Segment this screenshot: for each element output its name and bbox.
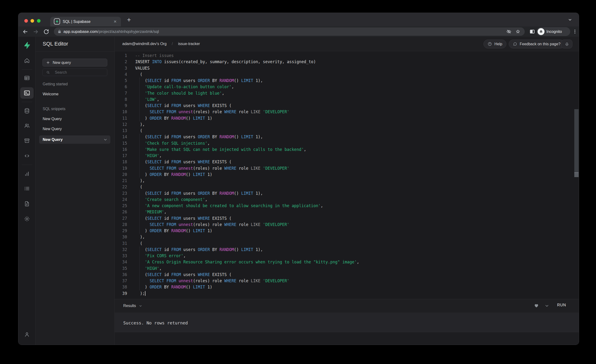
run-options-chevron-icon[interactable] <box>544 304 549 308</box>
code-line: 31 ( <box>115 240 579 246</box>
sidebar-item-snippet[interactable]: New Query <box>43 127 62 131</box>
rail-settings-icon[interactable] <box>21 214 33 224</box>
code-line: 6 'Update call-to-action button color', <box>115 84 579 90</box>
search-icon <box>46 70 50 74</box>
code-line: 14 (SELECT id FROM users ORDER BY RANDOM… <box>115 134 579 140</box>
project-header: adam@windmill.dev's Org / issue-tracker … <box>115 37 579 51</box>
tab-title: SQL | Supabase <box>63 17 91 26</box>
code-line: 29 ) ORDER BY RANDOM() LIMIT 1) <box>115 228 579 234</box>
code-line: 18 (SELECT id FROM users WHERE EXISTS ( <box>115 159 579 165</box>
browser-tab[interactable]: SQL | Supabase × <box>50 17 121 26</box>
address-bar[interactable]: app.supabase.com/project/azahtnhqohyjerz… <box>54 27 525 36</box>
breadcrumb-separator: / <box>172 42 173 46</box>
active-snippet-label: New Query <box>43 135 63 144</box>
tab-close-icon[interactable]: × <box>112 19 118 24</box>
bookmark-star-icon[interactable] <box>515 29 521 34</box>
results-footer <box>115 332 579 345</box>
sql-editor-sidebar: SQL Editor New query Search Getting star… <box>36 37 115 345</box>
tab-search-chevron-icon[interactable] <box>568 18 572 22</box>
window-zoom-button[interactable] <box>37 19 41 23</box>
rail-reports-icon[interactable] <box>21 169 33 179</box>
side-panel-icon[interactable] <box>529 29 535 35</box>
editor-scrollbar-thumb[interactable] <box>574 109 579 172</box>
search-placeholder: Search <box>55 69 67 76</box>
sidebar-item-snippet-active[interactable]: New Query <box>39 135 110 144</box>
browser-menu-icon[interactable] <box>572 29 578 35</box>
code-line: 15 'Check for SQL injections', <box>115 140 579 146</box>
favorite-heart-icon[interactable] <box>534 303 539 308</box>
window-minimize-button[interactable] <box>30 19 34 23</box>
code-line: 25 'A new component should be created to… <box>115 203 579 209</box>
sql-code-editor[interactable]: 1-- Insert issues2INSERT INTO issues(cre… <box>115 51 579 299</box>
rail-home-icon[interactable] <box>21 55 33 66</box>
code-line: 39 ); <box>115 290 579 297</box>
new-query-button[interactable]: New query <box>42 59 107 67</box>
rail-table-editor-icon[interactable] <box>21 73 33 83</box>
code-line: 27 (SELECT id FROM users WHERE EXISTS ( <box>115 215 579 222</box>
code-line: 35 'HIGH', <box>115 265 579 272</box>
help-button[interactable]: Help <box>484 40 506 48</box>
rail-api-icon[interactable] <box>21 151 33 161</box>
new-query-label: New query <box>53 59 71 66</box>
code-line: 34 'A Cross Origin Resource Sharing erro… <box>115 259 579 265</box>
code-line: 22 ( <box>115 184 579 190</box>
code-line: 7 'The color should be light blue', <box>115 90 579 96</box>
breadcrumb-org[interactable]: adam@windmill.dev's Org <box>122 42 167 46</box>
rail-docs-icon[interactable] <box>21 199 33 209</box>
code-line: 32 (SELECT id FROM users ORDER BY RANDOM… <box>115 246 579 253</box>
editor-scrollbar-marker <box>574 172 579 177</box>
back-icon[interactable] <box>22 29 28 35</box>
code-line: 5 (SELECT id FROM users ORDER BY RANDOM(… <box>115 77 579 84</box>
rail-account-icon[interactable] <box>21 329 33 340</box>
help-label: Help <box>494 42 502 46</box>
code-line: 20 ) ORDER BY RANDOM() LIMIT 1) <box>115 171 579 178</box>
url-text: app.supabase.com/project/azahtnhqohyjerz… <box>63 27 159 36</box>
reload-icon[interactable] <box>43 29 49 35</box>
code-line: 8 'LOW', <box>115 96 579 103</box>
feedback-button[interactable]: Feedback on this page? <box>509 40 565 48</box>
browser-window: SQL | Supabase × + app.supabase.com/proj… <box>18 13 579 345</box>
code-line: 4 ( <box>115 71 579 77</box>
rail-logs-icon[interactable] <box>21 183 33 194</box>
code-lines: 1-- Insert issues2INSERT INTO issues(cre… <box>115 52 579 297</box>
section-sql-snippets: SQL snippets <box>43 107 65 111</box>
sidebar-item-snippet[interactable]: New Query <box>43 117 62 121</box>
run-button[interactable]: RUN <box>557 303 566 307</box>
supabase-favicon-icon <box>54 18 60 25</box>
rail-storage-icon[interactable] <box>21 135 33 146</box>
forward-icon[interactable] <box>33 29 39 35</box>
page-title: SQL Editor <box>43 41 68 47</box>
code-line: 23 (SELECT id FROM users ORDER BY RANDOM… <box>115 190 579 196</box>
feedback-label: Feedback on this page? <box>520 42 560 46</box>
code-line: 16 'Make sure that SQL can not be inject… <box>115 146 579 153</box>
chevron-down-icon <box>139 304 142 308</box>
code-line: 13 ( <box>115 127 579 134</box>
code-line: 12 ), <box>115 121 579 127</box>
supabase-logo-icon[interactable] <box>21 40 33 51</box>
code-line: 24 'Create search component', <box>115 196 579 203</box>
results-label-text: Results <box>123 304 136 308</box>
results-tab[interactable]: Results <box>123 299 142 312</box>
chevron-down-icon[interactable] <box>103 138 108 142</box>
search-input[interactable]: Search <box>42 69 107 76</box>
rail-sql-editor-icon[interactable] <box>20 87 34 99</box>
window-close-button[interactable] <box>24 19 28 23</box>
code-line: 10 SELECT FROM unnest(roles) role WHERE … <box>115 109 579 115</box>
incognito-spy-icon <box>538 28 544 35</box>
code-line: 9 (SELECT id FROM users WHERE EXISTS ( <box>115 103 579 109</box>
new-tab-button[interactable]: + <box>125 16 133 24</box>
section-getting-started: Getting started <box>43 82 68 86</box>
eye-off-icon[interactable] <box>506 29 511 34</box>
code-line: 11 ) ORDER BY RANDOM() LIMIT 1) <box>115 115 579 121</box>
sidebar-item-welcome[interactable]: Welcome <box>43 92 58 96</box>
code-line: 28 SELECT FROM unnest(roles) role WHERE … <box>115 222 579 228</box>
breadcrumb-project[interactable]: issue-tracker <box>178 42 200 46</box>
code-line: 30 ), <box>115 234 579 240</box>
sidebar-divider <box>36 51 114 52</box>
rail-database-icon[interactable] <box>21 106 33 116</box>
notifications-button[interactable] <box>561 40 572 48</box>
chat-bubble-icon <box>513 42 517 46</box>
status-message: Success. No rows returned <box>123 320 188 325</box>
lock-icon <box>57 29 62 34</box>
rail-auth-icon[interactable] <box>21 120 33 131</box>
